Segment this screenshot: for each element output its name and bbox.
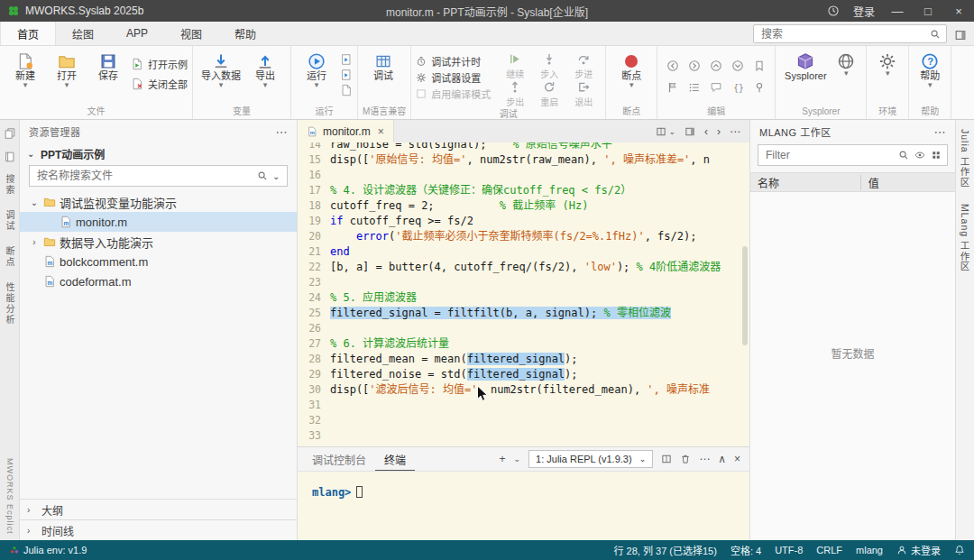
activity-label-搜索[interactable]: 搜索 <box>3 174 16 196</box>
language-mode[interactable]: mlang <box>856 545 883 555</box>
tree-item-monitor.m[interactable]: monitor.m <box>20 212 297 232</box>
ribbon-tab-帮助[interactable]: 帮助 <box>218 22 272 45</box>
login-button[interactable]: 登录 <box>846 4 882 19</box>
indent-setting[interactable]: 空格: 4 <box>730 543 761 557</box>
debug-step-out-button[interactable]: 步出 <box>498 80 532 108</box>
open-example-button[interactable]: 打开示例 <box>131 57 188 71</box>
outline-section[interactable]: ›大纲 <box>20 499 297 519</box>
explorer-files-icon[interactable] <box>4 127 16 140</box>
new-terminal-icon[interactable]: + <box>499 453 505 465</box>
cursor-position[interactable]: 行 28, 列 37 (已选择15) <box>614 543 717 557</box>
timeline-section[interactable]: ›时间线 <box>20 519 297 540</box>
debug-continue-button[interactable]: 继续 <box>498 52 532 80</box>
close-tab-icon[interactable]: × <box>378 125 384 138</box>
run-section-icon[interactable] <box>340 53 353 66</box>
tree-item-codeformat.m[interactable]: codeformat.m <box>20 271 297 291</box>
new-button[interactable]: 新建▾ <box>5 48 46 88</box>
account-status[interactable]: 未登录 <box>896 543 941 557</box>
code-line-32[interactable] <box>330 413 749 428</box>
code-line-27[interactable]: % 6. 计算滤波后统计量 <box>330 336 749 352</box>
debug-quit-button[interactable]: 退出 <box>566 80 601 108</box>
code-line-26[interactable] <box>330 321 749 336</box>
tab-terminal[interactable]: 终端 <box>375 447 415 471</box>
maximize-button[interactable]: □ <box>913 0 943 22</box>
open-button[interactable]: 打开▾ <box>46 48 87 88</box>
workspace-filter-input[interactable] <box>764 148 893 162</box>
import-data-button[interactable]: 导入数据▾ <box>198 48 244 88</box>
run-to-cursor-icon[interactable] <box>340 69 353 81</box>
code-line-22[interactable]: [b, a] = butter(4, cutoff_freq/(fs/2), '… <box>330 260 749 275</box>
editor-scrollbar[interactable] <box>740 142 749 446</box>
tab-debug-console[interactable]: 调试控制台 <box>303 447 375 471</box>
toggle-ribbon-icon[interactable] <box>954 24 967 45</box>
activity-label-性能分析[interactable]: 性能分析 <box>3 282 16 326</box>
split-terminal-icon[interactable] <box>661 454 672 464</box>
m-debug-button[interactable]: 调试 <box>363 48 404 82</box>
repl-select[interactable]: 1: Julia REPL (v1.9.3) ⌄ <box>528 450 653 468</box>
tree-item-数据导入功能演示[interactable]: ›数据导入功能演示 <box>20 232 297 252</box>
code-line-19[interactable]: if cutoff_freq >= fs/2 <box>330 214 749 229</box>
settings-gear-button[interactable]: ▾ <box>871 48 904 77</box>
tree-item-调试监视变量功能演示[interactable]: ⌄调试监视变量功能演示 <box>20 192 297 212</box>
run-button[interactable]: 运行▾ <box>296 48 337 88</box>
ribbon-tab-首页[interactable]: 首页 <box>0 22 56 45</box>
kill-terminal-icon[interactable] <box>680 454 691 464</box>
minimize-button[interactable]: — <box>882 0 913 22</box>
comment-icon[interactable] <box>710 81 722 94</box>
encoding-setting[interactable]: UTF-8 <box>775 545 803 555</box>
code-line-31[interactable] <box>330 398 749 413</box>
circle-up-icon[interactable] <box>710 60 722 72</box>
workspace-section[interactable]: ⌄ PPT动画示例 <box>20 143 297 163</box>
explorer-more-icon[interactable]: ⋯ <box>276 125 289 139</box>
ribbon-tab-APP[interactable]: APP <box>110 22 164 45</box>
workspace-filter-box[interactable] <box>758 144 948 166</box>
editor-more-icon[interactable]: ⋯ <box>730 125 740 138</box>
side-tab-Julia 工作区[interactable]: Julia 工作区 <box>959 129 972 188</box>
julia-env-button[interactable]: Julia env: v1.9 <box>9 545 87 555</box>
code-line-30[interactable]: disp(['滤波后信号: 均值=', num2str(filtered_mea… <box>330 382 749 398</box>
terminal-dropdown-icon[interactable]: ⌄ <box>514 454 521 464</box>
list-icon[interactable] <box>688 81 701 94</box>
debug-timed-button[interactable]: 调试并计时 <box>416 54 491 68</box>
code-line-25[interactable]: filtered_signal = filtfilt(b, a, signal)… <box>330 306 749 321</box>
notebook-icon[interactable] <box>4 151 16 163</box>
notifications-bell-icon[interactable] <box>954 545 965 555</box>
save-button[interactable]: 保存 <box>87 48 129 82</box>
workspace-more-icon[interactable]: ⋯ <box>934 125 947 139</box>
debug-step-over-button[interactable]: 步进 <box>566 52 601 80</box>
circle-left-icon[interactable] <box>666 60 679 72</box>
code-line-14[interactable]: raw_noise = std(signal); % 原始信号噪声水平 <box>330 142 749 152</box>
tab-monitor-m[interactable]: monitor.m × <box>298 120 394 142</box>
code-line-17[interactable]: % 4. 设计滤波器（关键修正：确保cutoff_freq < fs/2） <box>330 183 749 198</box>
flag-icon[interactable] <box>666 81 679 94</box>
code-lines[interactable]: raw_noise = std(signal); % 原始信号噪声水平disp(… <box>330 142 749 444</box>
code-line-28[interactable]: filtered_mean = mean(filtered_signal); <box>330 352 749 367</box>
help-button[interactable]: 帮助▾ <box>914 48 946 88</box>
tree-item-bolckcomment.m[interactable]: bolckcomment.m <box>20 252 297 271</box>
pin-icon[interactable] <box>753 81 766 94</box>
editor-layout-icon[interactable] <box>685 126 695 137</box>
code-line-18[interactable]: cutoff_freq = 2; % 截止频率 (Hz) <box>330 198 749 214</box>
circle-down-icon[interactable] <box>731 60 744 72</box>
ribbon-tab-视图[interactable]: 视图 <box>164 22 218 45</box>
code-line-24[interactable]: % 5. 应用滤波器 <box>330 290 749 306</box>
braces-icon[interactable] <box>731 81 744 94</box>
eye-icon[interactable] <box>914 150 925 161</box>
activity-label-断点[interactable]: 断点 <box>3 246 16 268</box>
activity-label-调试[interactable]: 调试 <box>3 210 16 232</box>
debug-step-in-button[interactable]: 步入 <box>532 52 566 80</box>
code-editor[interactable]: 1415161718192021222324252627282930313233… <box>298 142 749 446</box>
maximize-panel-icon[interactable]: ∧ <box>718 453 726 465</box>
export-button[interactable]: 导出▾ <box>244 48 286 88</box>
eol-setting[interactable]: CRLF <box>816 545 842 555</box>
code-line-33[interactable] <box>330 428 749 444</box>
terminal-output[interactable]: mlang> <box>298 472 749 540</box>
close-button[interactable]: × <box>943 0 974 22</box>
code-line-16[interactable] <box>330 168 749 183</box>
debug-restart-button[interactable]: 重启 <box>532 80 566 108</box>
breakpoints-button[interactable]: 断点▾ <box>611 48 652 88</box>
run-file-icon[interactable] <box>340 84 353 96</box>
ribbon-tab-绘图[interactable]: 绘图 <box>56 22 110 45</box>
history-clock-icon[interactable] <box>821 0 846 22</box>
circle-right-icon[interactable] <box>688 60 701 72</box>
